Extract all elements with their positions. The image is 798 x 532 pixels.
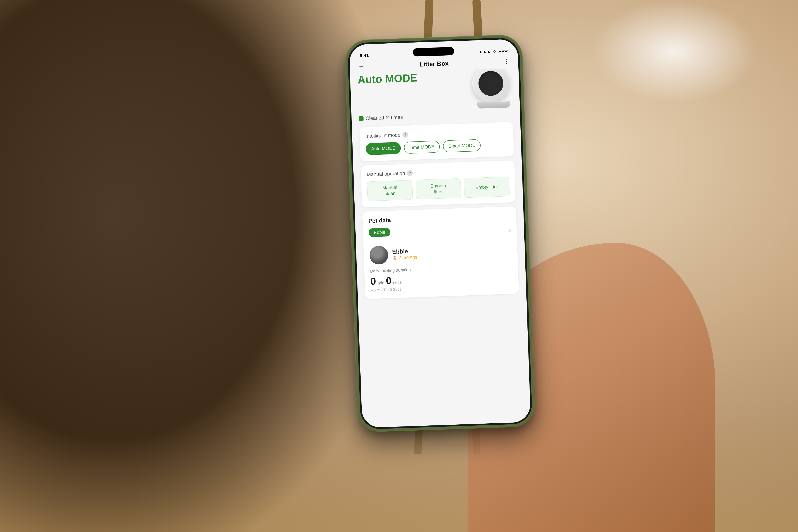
stat-value-sec: 0 xyxy=(386,275,392,287)
pet-row: Ebbie 🏅 2 months xyxy=(369,241,512,265)
smooth-litter-button[interactable]: Smoothlitter xyxy=(416,178,461,200)
pet-avatar xyxy=(369,246,388,265)
pet-data-card: Pet data Ebbie › Ebbie xyxy=(362,206,519,299)
stat-unit-sec: secs xyxy=(393,280,402,285)
person-silhouette xyxy=(0,0,372,532)
background-light xyxy=(591,0,757,103)
pet-details: Ebbie 🏅 2 months xyxy=(392,245,512,261)
device-inner-circle xyxy=(478,71,504,96)
stat-unit-min: min xyxy=(378,281,384,286)
empty-litter-button[interactable]: Empty litter xyxy=(464,176,510,198)
auto-mode-section: Auto MODE xyxy=(358,68,512,111)
phone-wrapper: 9:41 ▲▲▲ ⌾ ▰▰▰ ← Litter Box ⋮ xyxy=(344,34,535,433)
cleaned-status: Cleaned 2 times xyxy=(359,110,513,121)
signal-icon: ▲▲▲ xyxy=(478,49,491,54)
mode-buttons: Auto MODE Time MODE Smart MODE xyxy=(366,138,508,155)
battery-icon: ▰▰▰ xyxy=(498,48,508,54)
phone-body: 9:41 ▲▲▲ ⌾ ▰▰▰ ← Litter Box ⋮ xyxy=(347,37,533,430)
phone-screen: 9:41 ▲▲▲ ⌾ ▰▰▰ ← Litter Box ⋮ xyxy=(349,39,531,428)
intelligent-help-icon[interactable]: ? xyxy=(402,132,408,138)
device-base xyxy=(477,101,510,109)
device-graphic xyxy=(472,68,514,107)
pet-info: Ebbie 🏅 2 months xyxy=(369,241,512,265)
pet-chevron-icon[interactable]: › xyxy=(509,227,511,233)
device-outer-ring xyxy=(472,68,510,103)
stat-value-min: 0 xyxy=(370,276,376,287)
status-time: 9:41 xyxy=(360,53,369,58)
cleaned-dot-icon xyxy=(359,116,364,121)
intelligent-mode-card: Intelligent mode ? Auto MODE Time MODE S… xyxy=(359,122,514,162)
pet-tab-ebbie[interactable]: Ebbie xyxy=(369,228,391,237)
manual-operation-card: Manual operation ? Manualclean Smoothlit… xyxy=(361,160,516,208)
time-mode-button[interactable]: Time MODE xyxy=(404,141,440,154)
manual-help-icon[interactable]: ? xyxy=(407,170,413,176)
status-icons: ▲▲▲ ⌾ ▰▰▰ xyxy=(478,48,508,54)
cleaned-count: 2 xyxy=(386,115,389,120)
dynamic-island xyxy=(413,47,454,57)
intelligent-mode-label: Intelligent mode ? xyxy=(365,128,508,139)
stats-section: Daily toileting duration 0 min 0 secs VS… xyxy=(370,264,513,293)
manual-clean-button[interactable]: Manualclean xyxy=(367,180,413,201)
smart-mode-button[interactable]: Smart MODE xyxy=(443,139,481,152)
cleaned-label: Cleaned xyxy=(365,115,384,121)
manual-operation-label: Manual operation ? xyxy=(366,167,509,177)
content-area: Auto MODE Cleaned 2 xyxy=(350,68,531,428)
pet-age-icon: 🏅 xyxy=(393,256,397,261)
pet-avatar-image xyxy=(369,246,388,265)
manual-buttons: Manualclean Smoothlitter Empty litter xyxy=(367,176,510,201)
pet-data-title: Pet data xyxy=(368,213,511,224)
auto-mode-button[interactable]: Auto MODE xyxy=(366,142,401,155)
cleaned-suffix: times xyxy=(391,114,403,120)
phone-case: 9:41 ▲▲▲ ⌾ ▰▰▰ ← Litter Box ⋮ xyxy=(344,34,535,433)
back-button[interactable]: ← xyxy=(358,62,365,70)
wifi-icon: ⌾ xyxy=(493,49,496,54)
more-button[interactable]: ⋮ xyxy=(504,58,510,64)
